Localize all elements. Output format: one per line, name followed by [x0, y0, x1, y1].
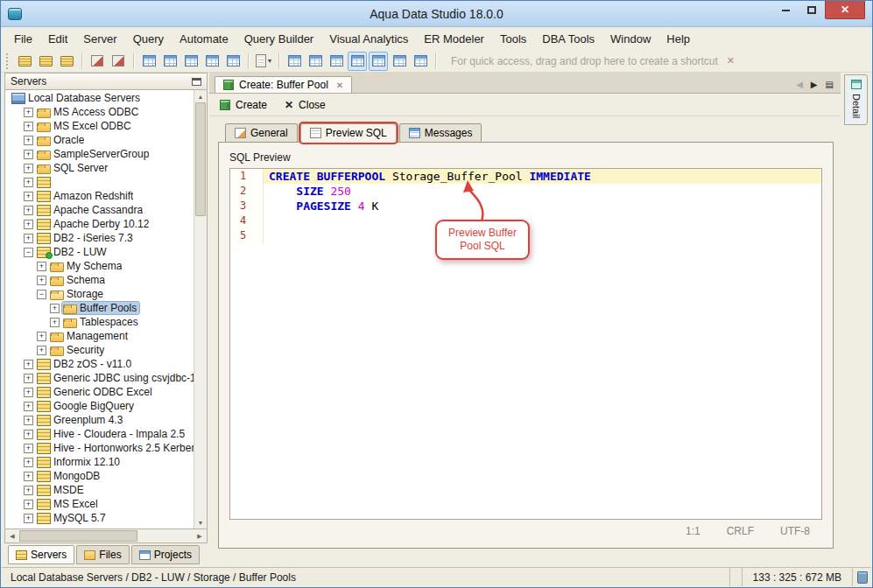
tree-item-local-database-servers[interactable]: Local Database Servers — [5, 91, 194, 105]
expand-icon[interactable]: + — [24, 108, 33, 117]
menu-tools[interactable]: Tools — [492, 29, 534, 49]
tree-item-amazon-redshift[interactable]: +Amazon Redshift — [5, 189, 194, 203]
tree-item-db2-zos-v11-0[interactable]: +DB2 zOS - v11.0 — [5, 357, 194, 371]
menu-help[interactable]: Help — [658, 29, 698, 49]
expand-icon[interactable]: + — [24, 164, 33, 173]
scroll-right-icon[interactable]: ▶ — [193, 529, 207, 542]
menu-visual-analytics[interactable]: Visual Analytics — [321, 29, 416, 49]
tree-item-schema[interactable]: +Schema — [5, 273, 194, 287]
expand-icon[interactable]: + — [24, 430, 33, 439]
menu-automate[interactable]: Automate — [172, 29, 236, 49]
titlebar[interactable]: Aqua Data Studio 18.0.0 ✕ — [1, 1, 872, 27]
expand-icon[interactable]: + — [24, 150, 33, 159]
tab-detail[interactable]: Detail — [844, 74, 868, 125]
schema-browser-icon[interactable] — [88, 52, 107, 71]
tree-item-ms-excel[interactable]: +MS Excel — [5, 497, 194, 511]
tree-item-db2-luw[interactable]: −DB2 - LUW — [5, 245, 194, 259]
collapse-icon[interactable]: − — [37, 290, 46, 299]
tree-horizontal-scrollbar[interactable]: ◀ ▶ — [4, 529, 208, 543]
results-text-icon[interactable] — [306, 52, 325, 71]
tree-item-informix-12-10[interactable]: +Informix 12.10 — [5, 455, 194, 469]
storage-manager-icon[interactable] — [181, 52, 201, 71]
results-pivot-icon[interactable] — [327, 52, 346, 71]
tab-general[interactable]: General — [225, 123, 298, 143]
expand-icon[interactable]: + — [24, 500, 33, 509]
tree-item-mysql-5-7[interactable]: +MySQL 5.7 — [5, 511, 194, 525]
tree-item-generic-odbc-excel[interactable]: +Generic ODBC Excel — [5, 385, 194, 399]
scroll-up-icon[interactable]: ▲ — [194, 90, 207, 102]
tree-item-buffer-pools[interactable]: +Buffer Pools — [5, 301, 194, 315]
expand-icon[interactable]: + — [24, 458, 33, 467]
expand-icon[interactable]: + — [24, 388, 33, 397]
tree-item-storage[interactable]: −Storage — [5, 287, 194, 301]
server-group-icon[interactable] — [36, 52, 55, 71]
tree-item-google-bigquery[interactable]: +Google BigQuery — [5, 399, 194, 413]
close-tab-icon[interactable]: ✕ — [336, 80, 343, 90]
tab-preview-sql[interactable]: Preview SQL — [300, 123, 397, 143]
tree-item-db2-iseries-7-3[interactable]: +DB2 - iSeries 7.3 — [5, 231, 194, 245]
expand-icon[interactable]: + — [24, 514, 33, 523]
tree-item-security[interactable]: +Security — [5, 343, 194, 357]
minimize-button[interactable] — [772, 1, 799, 19]
expand-icon[interactable]: + — [24, 192, 33, 201]
tab-list-icon[interactable]: ▤ — [826, 80, 834, 89]
float-panel-icon[interactable] — [192, 78, 201, 86]
vertical-scrollbar-thumb[interactable] — [195, 102, 206, 216]
describe-view-icon[interactable] — [390, 52, 409, 71]
expand-icon[interactable]: + — [24, 234, 33, 243]
expand-icon[interactable]: + — [37, 346, 46, 355]
tab-create-buffer-pool[interactable]: Create: Buffer Pool ✕ — [215, 76, 352, 93]
collapse-icon[interactable]: − — [24, 248, 33, 257]
menu-server[interactable]: Server — [75, 29, 124, 49]
garbage-collect-icon[interactable] — [852, 568, 871, 586]
tree-item-sampleservergroup[interactable]: +SampleServerGroup — [5, 147, 194, 161]
sidebar-tab-servers[interactable]: Servers — [8, 545, 74, 564]
tree-item-ms-access-odbc[interactable]: +MS Access ODBC — [5, 105, 194, 119]
sidebar-tab-files[interactable]: Files — [76, 545, 129, 564]
menu-edit[interactable]: Edit — [40, 29, 75, 49]
memory-usage[interactable]: 133 : 325 : 672 MB — [742, 568, 852, 586]
tree-item-sql-server[interactable]: +SQL Server — [5, 161, 194, 175]
tree-item-my-schema[interactable]: +My Schema — [5, 259, 194, 273]
tree-item-greenplum-4-3[interactable]: +Greenplum 4.3 — [5, 413, 194, 427]
expand-icon[interactable]: + — [50, 304, 60, 313]
tree-item-blank[interactable]: + — [5, 175, 194, 189]
tree-item-msde[interactable]: +MSDE — [5, 483, 194, 497]
tree-item-hive-hortonworks-2-5-kerberos[interactable]: +Hive - Hortonworks 2.5 Kerberos — [5, 441, 194, 455]
menu-dba-tools[interactable]: DBA Tools — [534, 29, 602, 49]
expand-icon[interactable]: + — [24, 220, 33, 229]
scroll-left-icon[interactable]: ◀ — [5, 529, 19, 542]
dismiss-hint-icon[interactable]: ✕ — [727, 55, 735, 66]
tree-item-generic-jdbc-using-csvjdbc-1-0[interactable]: +Generic JDBC using csvjdbc-1.0- — [5, 371, 194, 385]
tree-item-management[interactable]: +Management — [5, 329, 194, 343]
security-manager-icon[interactable] — [202, 52, 222, 71]
register-server-icon[interactable] — [15, 52, 34, 71]
connect-server-icon[interactable] — [57, 52, 76, 71]
tree-item-mongodb[interactable]: +MongoDB — [5, 469, 194, 483]
expand-icon[interactable]: + — [24, 472, 33, 481]
sidebar-tab-projects[interactable]: Projects — [131, 545, 200, 564]
expand-icon[interactable]: + — [24, 360, 33, 369]
split-horizontal-icon[interactable] — [348, 52, 367, 71]
results-grid-icon[interactable] — [285, 52, 304, 71]
horizontal-scrollbar-thumb[interactable] — [19, 530, 137, 542]
next-tab-icon[interactable]: ▶ — [811, 80, 818, 89]
menu-window[interactable]: Window — [602, 29, 658, 49]
menu-query[interactable]: Query — [125, 29, 172, 49]
session-manager-icon[interactable] — [223, 52, 243, 71]
expand-icon[interactable]: + — [37, 332, 46, 341]
close-button[interactable]: ✕ — [825, 1, 865, 19]
create-button[interactable]: Create — [220, 99, 267, 111]
tree-item-oracle[interactable]: +Oracle — [5, 133, 194, 147]
prev-tab-icon[interactable]: ◀ — [796, 80, 803, 89]
expand-icon[interactable]: + — [24, 486, 33, 495]
close-editor-button[interactable]: ✕ Close — [285, 99, 326, 111]
expand-icon[interactable]: + — [24, 122, 33, 131]
expand-icon[interactable]: + — [24, 178, 33, 187]
tree-item-apache-derby-10-12[interactable]: +Apache Derby 10.12 — [5, 217, 194, 231]
expand-icon[interactable]: + — [24, 136, 33, 145]
new-document-icon[interactable]: ▾ — [254, 52, 273, 71]
sql-editor[interactable]: 1CREATE BUFFERPOOL Storage_Buffer_Pool I… — [229, 168, 822, 520]
expand-icon[interactable]: + — [24, 402, 33, 411]
tree-item-apache-cassandra[interactable]: +Apache Cassandra — [5, 203, 194, 217]
